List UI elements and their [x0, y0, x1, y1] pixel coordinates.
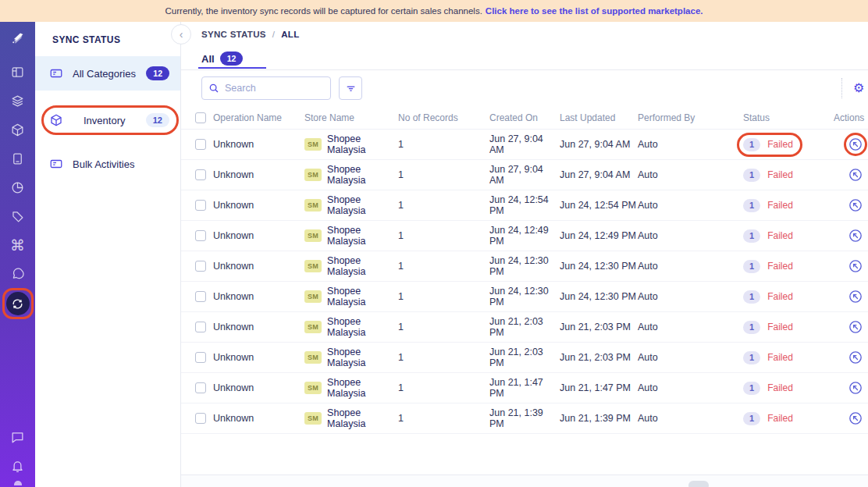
view-details-button[interactable]: [847, 197, 864, 214]
sync-status-sidebar: SYNC STATUS All Categories 12 Inventory …: [35, 22, 181, 487]
col-status: Status: [743, 112, 834, 123]
select-all-checkbox[interactable]: [195, 112, 206, 123]
col-performed-by: Performed By: [638, 112, 743, 123]
store-name-cell: SM Shopee Malaysia: [304, 133, 398, 155]
settings-gear-icon[interactable]: ⚙: [853, 82, 864, 94]
row-checkbox[interactable]: [195, 169, 206, 180]
breadcrumb-separator: /: [272, 30, 276, 39]
row-checkbox[interactable]: [195, 200, 206, 211]
profile-icon[interactable]: [14, 481, 22, 485]
created-on-cell: Jun 21, 2:03 PM: [489, 316, 560, 338]
row-checkbox[interactable]: [195, 230, 206, 241]
table-row[interactable]: Unknown SM Shopee Malaysia 1 Jun 21, 1:3…: [181, 403, 868, 434]
tab-label: All: [201, 53, 215, 65]
dashboard-icon[interactable]: [7, 62, 29, 84]
status-label: Failed: [767, 352, 793, 363]
filter-button[interactable]: [339, 76, 362, 100]
view-details-button[interactable]: [847, 166, 864, 183]
row-checkbox[interactable]: [195, 382, 206, 393]
performed-by-cell: Auto: [638, 200, 743, 211]
sidebar-item-bulk-activities[interactable]: Bulk Activities: [35, 147, 180, 181]
row-checkbox[interactable]: [195, 291, 206, 302]
sync-status-icon-active[interactable]: [6, 292, 30, 315]
created-on-cell: Jun 24, 12:30 PM: [489, 255, 560, 277]
status-count-pill: 1: [743, 412, 760, 425]
tab-all[interactable]: All 12: [201, 47, 246, 69]
view-details-button[interactable]: [847, 227, 864, 244]
chat-icon[interactable]: [7, 264, 29, 286]
store-name: Shopee Malaysia: [327, 164, 398, 186]
table-row[interactable]: Unknown SM Shopee Malaysia 1 Jun 27, 9:0…: [181, 160, 868, 190]
view-details-button[interactable]: [847, 136, 864, 153]
table-row[interactable]: Unknown SM Shopee Malaysia 1 Jun 24, 12:…: [181, 221, 868, 251]
no-of-records-cell: 1: [398, 322, 489, 332]
store-initials-badge: SM: [304, 321, 322, 333]
store-name: Shopee Malaysia: [327, 255, 398, 277]
status-label: Failed: [767, 169, 793, 180]
actions-cell: [834, 136, 868, 153]
actions-cell: [834, 379, 868, 396]
scroll-indicator[interactable]: [688, 481, 709, 487]
status-count-pill: 1: [743, 199, 760, 212]
store-initials-badge: SM: [304, 412, 322, 425]
created-on-cell: Jun 21, 1:47 PM: [489, 377, 560, 399]
announcement-banner: Currently, the inventory sync records wi…: [0, 0, 868, 22]
command-icon[interactable]: ⌘: [7, 235, 29, 257]
operation-name-cell: Unknown: [213, 139, 304, 150]
table-row[interactable]: Unknown SM Shopee Malaysia 1 Jun 24, 12:…: [181, 251, 868, 282]
breadcrumb-parent[interactable]: SYNC STATUS: [201, 30, 266, 39]
tag-icon[interactable]: [7, 206, 29, 228]
table-row[interactable]: Unknown SM Shopee Malaysia 1 Jun 21, 2:0…: [181, 312, 868, 343]
row-checkbox[interactable]: [195, 139, 206, 150]
view-details-button[interactable]: [847, 318, 864, 336]
row-checkbox[interactable]: [195, 352, 206, 363]
row-checkbox[interactable]: [195, 413, 206, 424]
table-row[interactable]: Unknown SM Shopee Malaysia 1 Jun 27, 9:0…: [181, 130, 868, 160]
status-count-pill: 1: [743, 138, 760, 151]
row-checkbox[interactable]: [195, 261, 206, 272]
layers-icon[interactable]: [7, 91, 29, 112]
store-initials-badge: SM: [304, 290, 322, 303]
col-created-on: Created On: [489, 112, 560, 123]
performed-by-cell: Auto: [638, 261, 743, 272]
view-details-button[interactable]: [847, 288, 864, 305]
store-name: Shopee Malaysia: [327, 133, 398, 155]
notifications-bell-icon[interactable]: [7, 456, 29, 478]
app-logo-icon[interactable]: [6, 27, 30, 50]
last-updated-cell: Jun 21, 1:47 PM: [560, 382, 638, 393]
row-checkbox[interactable]: [195, 322, 206, 332]
messages-icon[interactable]: [7, 427, 29, 449]
table-row[interactable]: Unknown SM Shopee Malaysia 1 Jun 24, 12:…: [181, 190, 868, 221]
created-on-cell: Jun 24, 12:49 PM: [489, 225, 560, 247]
table-row[interactable]: Unknown SM Shopee Malaysia 1 Jun 24, 12:…: [181, 282, 868, 312]
table-row[interactable]: Unknown SM Shopee Malaysia 1 Jun 21, 2:0…: [181, 343, 868, 373]
package-icon[interactable]: [7, 119, 29, 141]
banner-link[interactable]: Click here to see the list of supported …: [486, 6, 703, 16]
active-tab-underline: [198, 67, 266, 69]
search-box[interactable]: [201, 76, 331, 100]
inventory-box-icon: [49, 113, 63, 127]
status-count-pill: 1: [743, 290, 760, 304]
last-updated-cell: Jun 24, 12:30 PM: [560, 291, 638, 302]
view-details-button[interactable]: [847, 258, 864, 275]
col-store-name: Store Name: [304, 112, 398, 123]
search-input[interactable]: [225, 83, 324, 94]
no-of-records-cell: 1: [398, 382, 489, 393]
performed-by-cell: Auto: [638, 139, 743, 150]
collapse-sidebar-button[interactable]: ‹: [171, 24, 191, 44]
table-row[interactable]: Unknown SM Shopee Malaysia 1 Jun 21, 1:4…: [181, 373, 868, 403]
table-header: Operation Name Store Name No of Records …: [181, 106, 868, 130]
analytics-pie-icon[interactable]: [7, 177, 29, 199]
view-details-button[interactable]: [847, 379, 864, 396]
no-of-records-cell: 1: [398, 352, 489, 363]
main-content: ‹ SYNC STATUS / ALL All 12: [181, 22, 868, 487]
store-name-cell: SM Shopee Malaysia: [304, 347, 398, 368]
sidebar-item-all-categories[interactable]: All Categories 12: [35, 56, 180, 91]
view-details-button[interactable]: [847, 410, 864, 427]
view-details-button[interactable]: [847, 349, 864, 366]
store-name-cell: SM Shopee Malaysia: [304, 377, 398, 399]
actions-cell: [834, 197, 868, 214]
sidebar-item-inventory[interactable]: Inventory 12: [35, 103, 180, 137]
catalog-icon[interactable]: [7, 148, 29, 170]
actions-cell: [834, 410, 868, 427]
